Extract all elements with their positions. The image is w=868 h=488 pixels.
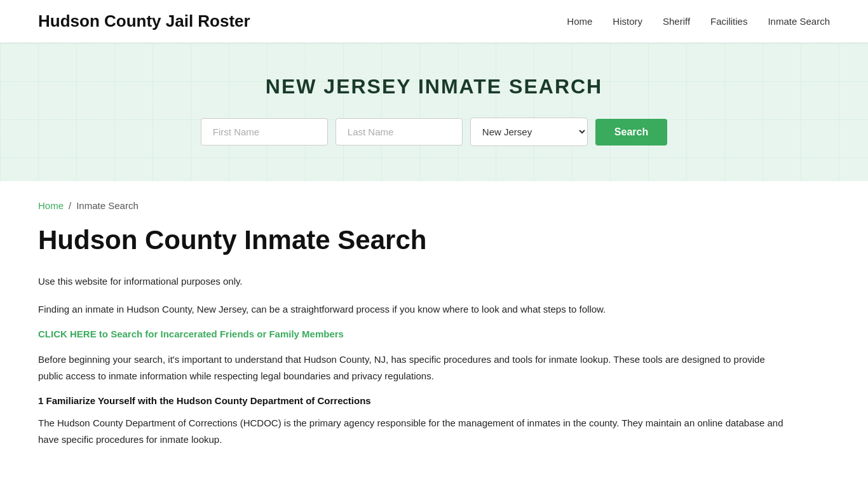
search-button[interactable]: Search: [595, 119, 667, 146]
banner-title: NEW JERSEY INMATE SEARCH: [13, 75, 855, 98]
page-heading: Hudson County Inmate Search: [38, 225, 788, 255]
breadcrumb: Home / Inmate Search: [38, 200, 788, 211]
last-name-input[interactable]: [336, 118, 463, 146]
nav-home[interactable]: Home: [567, 16, 592, 27]
search-form: AlabamaAlaskaArizonaArkansasCaliforniaCo…: [13, 118, 855, 146]
first-name-input[interactable]: [201, 118, 328, 146]
main-content: Home / Inmate Search Hudson County Inmat…: [0, 181, 826, 484]
body-para-4: The Hudson County Department of Correcti…: [38, 415, 788, 447]
breadcrumb-home-link[interactable]: Home: [38, 200, 64, 211]
nav-history[interactable]: History: [613, 16, 642, 27]
body-para-2: Finding an inmate in Hudson County, New …: [38, 301, 788, 318]
site-nav: Home History Sheriff Facilities Inmate S…: [567, 16, 830, 27]
breadcrumb-separator: /: [69, 200, 71, 211]
body-para-1: Use this website for informational purpo…: [38, 273, 788, 290]
site-title: Hudson County Jail Roster: [38, 11, 250, 31]
nav-sheriff[interactable]: Sheriff: [663, 16, 690, 27]
breadcrumb-current: Inmate Search: [76, 200, 139, 211]
state-select[interactable]: AlabamaAlaskaArizonaArkansasCaliforniaCo…: [470, 118, 588, 146]
search-banner: NEW JERSEY INMATE SEARCH AlabamaAlaskaAr…: [0, 43, 868, 181]
section-subheading-1: 1 Familiarize Yourself with the Hudson C…: [38, 395, 788, 406]
body-para-3: Before beginning your search, it's impor…: [38, 351, 788, 384]
nav-inmate-search[interactable]: Inmate Search: [768, 16, 830, 27]
nav-facilities[interactable]: Facilities: [710, 16, 747, 27]
site-header: Hudson County Jail Roster Home History S…: [0, 0, 868, 43]
click-here-link[interactable]: CLICK HERE to Search for Incarcerated Fr…: [38, 329, 344, 339]
